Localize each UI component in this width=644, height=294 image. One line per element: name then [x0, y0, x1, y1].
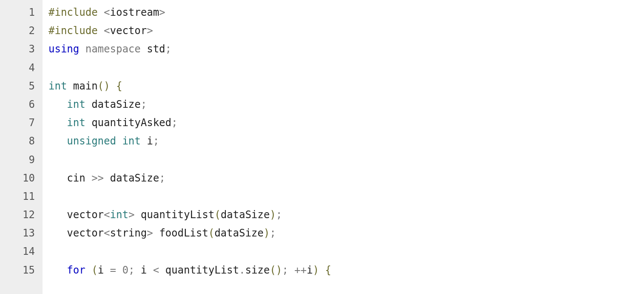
- code-line[interactable]: vector<int> quantityList(dataSize);: [48, 206, 644, 224]
- code-line[interactable]: #include <iostream>: [48, 3, 644, 22]
- code-line[interactable]: cin >> dataSize;: [48, 169, 644, 187]
- token-type: int: [67, 117, 85, 129]
- token-id: i: [147, 135, 153, 147]
- token-type: int: [122, 135, 140, 147]
- token-type: int: [48, 80, 67, 92]
- code-line[interactable]: int main() {: [48, 77, 644, 95]
- token-op: ;: [165, 43, 171, 55]
- token-ws: [48, 98, 67, 110]
- token-pp: #include: [48, 25, 98, 37]
- token-ws: [319, 264, 325, 276]
- token-op: <: [153, 264, 159, 276]
- token-kw: for: [67, 264, 85, 276]
- token-ws: [141, 43, 147, 55]
- line-number: 5: [0, 77, 38, 95]
- token-op: ;: [159, 172, 165, 184]
- code-line[interactable]: unsigned int i;: [48, 132, 644, 150]
- token-ws: [85, 98, 91, 110]
- token-op: ;: [270, 227, 276, 239]
- token-id: vector: [67, 209, 104, 221]
- token-ws: [116, 135, 122, 147]
- token-op: <: [104, 227, 110, 239]
- token-id: quantityAsked: [91, 117, 171, 129]
- line-number: 7: [0, 114, 38, 132]
- line-number: 11: [0, 187, 38, 206]
- code-line[interactable]: #include <vector>: [48, 22, 644, 40]
- token-id: size: [245, 264, 270, 276]
- token-op: <: [104, 209, 110, 221]
- token-op: ;: [276, 209, 282, 221]
- token-num: 0: [122, 264, 128, 276]
- token-paren: ): [264, 227, 270, 239]
- line-number: 12: [0, 206, 38, 224]
- token-ws: [116, 264, 122, 276]
- line-number: 15: [0, 261, 38, 280]
- token-type: unsigned: [67, 135, 116, 147]
- token-op: <: [104, 6, 110, 18]
- line-number-gutter: 123456789101112131415: [0, 0, 43, 294]
- line-number: 4: [0, 59, 38, 77]
- token-id: vector: [67, 227, 104, 239]
- token-op: ;: [171, 117, 177, 129]
- token-op: >: [159, 6, 165, 18]
- line-number: 6: [0, 95, 38, 114]
- code-line[interactable]: [48, 187, 644, 206]
- line-number: 9: [0, 151, 38, 169]
- line-number: 3: [0, 40, 38, 58]
- code-line[interactable]: int quantityAsked;: [48, 114, 644, 132]
- code-line[interactable]: [48, 151, 644, 169]
- token-id: dataSize: [91, 98, 141, 110]
- token-op: ;: [153, 135, 159, 147]
- token-ws: [104, 264, 110, 276]
- token-ws: [147, 264, 153, 276]
- token-op: ;: [141, 98, 147, 110]
- token-ws: [98, 6, 104, 18]
- token-ws: [134, 264, 140, 276]
- token-id: dataSize: [214, 227, 264, 239]
- token-pp: #include: [48, 6, 98, 18]
- code-line[interactable]: [48, 242, 644, 261]
- token-ws: [79, 43, 85, 55]
- code-editor[interactable]: #include <iostream>#include <vector>usin…: [43, 0, 644, 294]
- token-type: int: [67, 98, 85, 110]
- token-id: quantityList: [165, 264, 239, 276]
- token-id: dataSize: [110, 172, 160, 184]
- token-op: <: [104, 25, 110, 37]
- token-id: dataSize: [221, 209, 270, 221]
- token-ws: [85, 172, 91, 184]
- token-op: ++: [294, 264, 307, 276]
- line-number: 2: [0, 22, 38, 40]
- token-ws: [159, 264, 165, 276]
- token-ws: [48, 172, 67, 184]
- token-ws: [48, 117, 67, 129]
- token-op: >: [147, 227, 153, 239]
- code-line[interactable]: using namespace std;: [48, 40, 644, 58]
- token-fn: main: [73, 80, 98, 92]
- token-id: vector: [110, 25, 147, 37]
- token-ws: [134, 209, 140, 221]
- token-ws: [48, 209, 67, 221]
- code-line[interactable]: vector<string> foodList(dataSize);: [48, 224, 644, 242]
- token-ws: [85, 264, 91, 276]
- code-line[interactable]: int dataSize;: [48, 95, 644, 114]
- token-ws: [110, 80, 116, 92]
- line-number: 14: [0, 242, 38, 261]
- code-line[interactable]: for (i = 0; i < quantityList.size(); ++i…: [48, 261, 644, 280]
- token-id: std: [147, 43, 165, 55]
- token-ws: [98, 25, 104, 37]
- token-ns: namespace: [85, 43, 141, 55]
- token-paren: (): [98, 80, 110, 92]
- code-line[interactable]: [48, 59, 644, 77]
- token-ws: [288, 264, 294, 276]
- token-op: >: [128, 209, 134, 221]
- token-paren: ): [313, 264, 319, 276]
- token-paren: {: [325, 264, 331, 276]
- token-op: >: [147, 25, 153, 37]
- token-type: int: [110, 209, 128, 221]
- token-ws: [141, 135, 147, 147]
- token-id: i: [98, 264, 104, 276]
- token-op: =: [110, 264, 116, 276]
- line-number: 1: [0, 3, 38, 22]
- line-number: 10: [0, 169, 38, 187]
- token-op: ;: [128, 264, 134, 276]
